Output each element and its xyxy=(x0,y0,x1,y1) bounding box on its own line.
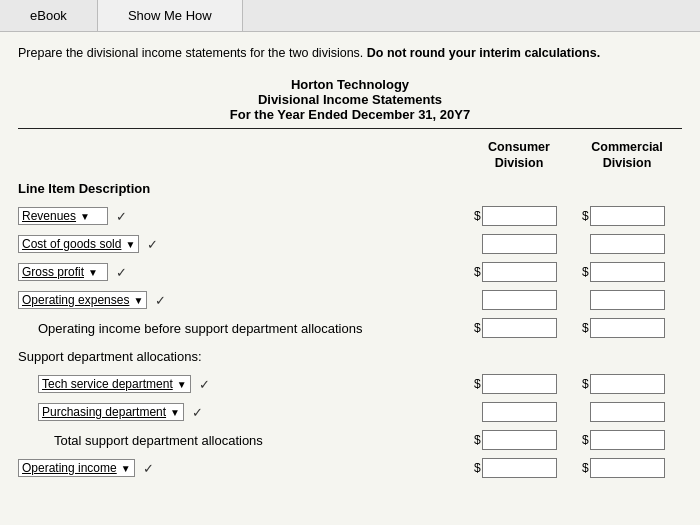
cogs-consumer-input-group: $ xyxy=(474,234,564,254)
op-income-dollar1: $ xyxy=(474,461,481,475)
tech-service-check: ✓ xyxy=(199,377,210,392)
cogs-label-group: Cost of goods sold ▼ ✓ xyxy=(18,235,474,253)
revenues-dollar1: $ xyxy=(474,209,481,223)
gross-profit-text: Gross profit xyxy=(22,265,84,279)
gross-profit-check: ✓ xyxy=(116,265,127,280)
cogs-text: Cost of goods sold xyxy=(22,237,121,251)
gross-profit-arrow-icon: ▼ xyxy=(88,267,98,278)
cogs-check: ✓ xyxy=(147,237,158,252)
total-support-commercial-input[interactable] xyxy=(590,430,665,450)
consumer-line2: Division xyxy=(495,156,544,170)
gross-profit-consumer-input-group: $ xyxy=(474,262,564,282)
purchasing-dept-check: ✓ xyxy=(192,405,203,420)
total-support-consumer-group: $ xyxy=(474,430,564,450)
total-support-consumer-input[interactable] xyxy=(482,430,557,450)
op-income-before-commercial-group: $ xyxy=(582,318,672,338)
header-line2: Divisional Income Statements xyxy=(18,92,682,107)
support-dept-label: Support department allocations: xyxy=(18,349,682,364)
support-dept-text: Support department allocations: xyxy=(18,349,202,364)
op-income-before-commercial-input[interactable] xyxy=(590,318,665,338)
op-income-inputs: $ $ xyxy=(474,458,682,478)
op-exp-inputs: $ $ xyxy=(474,290,682,310)
tech-service-consumer-input[interactable] xyxy=(482,374,557,394)
tech-service-arrow-icon: ▼ xyxy=(177,379,187,390)
line-item-text: Line Item Description xyxy=(18,181,150,196)
cogs-dropdown[interactable]: Cost of goods sold ▼ xyxy=(18,235,139,253)
op-exp-label-group: Operating expenses ▼ ✓ xyxy=(18,291,474,309)
op-exp-commercial-input[interactable] xyxy=(590,290,665,310)
header-line1: Horton Technology xyxy=(18,77,682,92)
op-exp-arrow-icon: ▼ xyxy=(133,295,143,306)
total-support-commercial-group: $ xyxy=(582,430,672,450)
tech-service-commercial-group: $ xyxy=(582,374,672,394)
row-gross-profit: Gross profit ▼ ✓ $ $ xyxy=(18,259,682,285)
op-exp-consumer-input[interactable] xyxy=(482,290,557,310)
revenues-consumer-input[interactable] xyxy=(482,206,557,226)
op-income-before-consumer-input[interactable] xyxy=(482,318,557,338)
purchasing-dept-consumer-group: $ xyxy=(474,402,564,422)
op-income-before-label: Operating income before support departme… xyxy=(18,321,474,336)
show-me-how-tab[interactable]: Show Me How xyxy=(98,0,243,31)
report-header: Horton Technology Divisional Income Stat… xyxy=(18,77,682,122)
column-headers: Consumer Division Commercial Division xyxy=(18,139,682,172)
gross-profit-dollar1: $ xyxy=(474,265,481,279)
row-purchasing-dept: Purchasing department ▼ ✓ $ $ xyxy=(18,399,682,425)
revenues-consumer-input-group: $ xyxy=(474,206,564,226)
revenues-dollar2: $ xyxy=(582,209,589,223)
op-income-before-consumer-group: $ xyxy=(474,318,564,338)
gross-profit-commercial-input[interactable] xyxy=(590,262,665,282)
purchasing-dept-dropdown[interactable]: Purchasing department ▼ xyxy=(38,403,184,421)
row-cogs: Cost of goods sold ▼ ✓ $ $ xyxy=(18,231,682,257)
tech-service-label-group: Tech service department ▼ ✓ xyxy=(18,375,474,393)
col-header-consumer: Consumer Division xyxy=(474,139,564,172)
commercial-line1: Commercial xyxy=(591,140,663,154)
tech-service-dollar2: $ xyxy=(582,377,589,391)
row-tech-service: Tech service department ▼ ✓ $ $ xyxy=(18,371,682,397)
main-content: Prepare the divisional income statements… xyxy=(0,32,700,525)
gross-profit-inputs: $ $ xyxy=(474,262,682,282)
op-income-consumer-input[interactable] xyxy=(482,458,557,478)
op-income-commercial-group: $ xyxy=(582,458,672,478)
op-income-dropdown[interactable]: Operating income ▼ xyxy=(18,459,135,477)
ebook-tab-label: eBook xyxy=(30,8,67,23)
revenues-dropdown[interactable]: Revenues ▼ xyxy=(18,207,108,225)
gross-profit-dropdown[interactable]: Gross profit ▼ xyxy=(18,263,108,281)
op-income-commercial-input[interactable] xyxy=(590,458,665,478)
revenues-label-group: Revenues ▼ ✓ xyxy=(18,207,474,225)
op-income-before-dollar2: $ xyxy=(582,321,589,335)
row-total-support: Total support department allocations $ $ xyxy=(18,427,682,453)
table-area: Consumer Division Commercial Division Li… xyxy=(18,139,682,482)
total-support-text: Total support department allocations xyxy=(54,433,263,448)
ebook-tab[interactable]: eBook xyxy=(0,0,98,31)
total-support-dollar2: $ xyxy=(582,433,589,447)
tech-service-dropdown[interactable]: Tech service department ▼ xyxy=(38,375,191,393)
revenues-text: Revenues xyxy=(22,209,76,223)
commercial-line2: Division xyxy=(603,156,652,170)
revenues-commercial-input[interactable] xyxy=(590,206,665,226)
row-operating-expenses: Operating expenses ▼ ✓ $ $ xyxy=(18,287,682,313)
op-income-before-inputs: $ $ xyxy=(474,318,682,338)
instruction-bold: Do not round your interim calculations. xyxy=(367,46,600,60)
cogs-consumer-input[interactable] xyxy=(482,234,557,254)
header-divider xyxy=(18,128,682,129)
cogs-commercial-input[interactable] xyxy=(590,234,665,254)
op-income-check: ✓ xyxy=(143,461,154,476)
gross-profit-commercial-input-group: $ xyxy=(582,262,672,282)
row-op-income-before: Operating income before support departme… xyxy=(18,315,682,341)
consumer-line1: Consumer xyxy=(488,140,550,154)
op-income-arrow-icon: ▼ xyxy=(121,463,131,474)
purchasing-dept-consumer-input[interactable] xyxy=(482,402,557,422)
line-item-description-label: Line Item Description xyxy=(18,181,682,196)
tech-service-commercial-input[interactable] xyxy=(590,374,665,394)
op-exp-check: ✓ xyxy=(155,293,166,308)
op-income-text: Operating income xyxy=(22,461,117,475)
cogs-commercial-input-group: $ xyxy=(582,234,672,254)
revenues-commercial-input-group: $ xyxy=(582,206,672,226)
purchasing-dept-commercial-input[interactable] xyxy=(590,402,665,422)
op-exp-dropdown[interactable]: Operating expenses ▼ xyxy=(18,291,147,309)
op-income-before-text: Operating income before support departme… xyxy=(38,321,362,336)
revenues-check: ✓ xyxy=(116,209,127,224)
gross-profit-consumer-input[interactable] xyxy=(482,262,557,282)
op-exp-text: Operating expenses xyxy=(22,293,129,307)
op-income-before-dollar1: $ xyxy=(474,321,481,335)
